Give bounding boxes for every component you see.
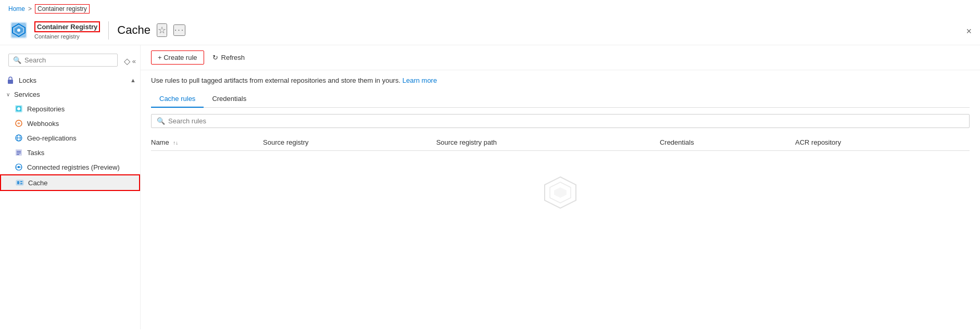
webhooks-icon	[15, 119, 23, 128]
toolbar: + Create rule ↻ Refresh	[141, 45, 980, 70]
svg-point-8	[17, 107, 20, 110]
sidebar-search-input[interactable]	[24, 56, 113, 64]
geo-replications-icon	[15, 134, 23, 142]
refresh-button[interactable]: ↻ Refresh	[212, 54, 245, 61]
resource-name: Cache	[117, 23, 150, 37]
service-icon	[8, 20, 29, 41]
connected-registries-icon	[15, 163, 23, 171]
header-title-block: Container Registry Container registry	[34, 21, 109, 40]
sidebar-item-cache[interactable]: Cache	[0, 174, 140, 191]
search-rules-bar: 🔍	[151, 114, 970, 128]
breadcrumb-separator: >	[28, 5, 32, 12]
repositories-label: Repositories	[27, 105, 65, 113]
up-arrow-indicator: ▲	[130, 77, 140, 83]
collapse-sidebar-button[interactable]: «	[132, 57, 136, 65]
services-group-label: Services	[14, 91, 40, 98]
header-actions: ☆ ···	[157, 23, 185, 37]
col-name: Name ↑↓	[151, 134, 263, 151]
connected-registries-label: Connected registries (Preview)	[27, 163, 120, 171]
repositories-icon	[15, 105, 23, 113]
description-body: Use rules to pull tagged artifacts from …	[151, 77, 400, 84]
filter-button[interactable]: ◇	[124, 56, 130, 66]
search-rules-input[interactable]	[168, 117, 964, 125]
svg-rect-14	[17, 151, 21, 152]
refresh-label: Refresh	[221, 54, 245, 61]
cache-label: Cache	[28, 179, 48, 187]
svg-rect-15	[17, 152, 21, 154]
content-header: Use rules to pull tagged artifacts from …	[141, 70, 980, 114]
webhooks-label: Webhooks	[27, 120, 59, 128]
more-options-button[interactable]: ···	[173, 24, 185, 36]
cache-rules-table: Name ↑↓ Source registry Source registry …	[151, 134, 970, 151]
tabs: Cache rules Credentials	[151, 91, 970, 108]
tab-credentials[interactable]: Credentials	[204, 91, 255, 108]
main-layout: 🔍 ◇ « Locks ▲ ∨ Services	[0, 45, 980, 329]
col-acr-repository: ACR repository	[795, 134, 970, 151]
svg-point-4	[17, 29, 20, 32]
svg-rect-16	[17, 154, 19, 155]
search-rules-icon: 🔍	[157, 117, 165, 125]
sidebar-item-tasks[interactable]: Tasks	[0, 145, 140, 160]
col-source-registry: Source registry	[263, 134, 436, 151]
lock-icon	[6, 76, 15, 84]
table-container: Name ↑↓ Source registry Source registry …	[141, 134, 980, 151]
col-source-registry-path: Source registry path	[436, 134, 660, 151]
tasks-label: Tasks	[27, 149, 44, 157]
svg-rect-23	[20, 181, 22, 182]
close-button[interactable]: ×	[966, 26, 972, 37]
refresh-icon: ↻	[212, 54, 218, 61]
favorite-button[interactable]: ☆	[157, 23, 167, 37]
sidebar-search-icon: 🔍	[13, 56, 21, 64]
breadcrumb-current: Container registry	[35, 4, 90, 14]
tab-cache-rules[interactable]: Cache rules	[151, 91, 204, 108]
sidebar-item-locks[interactable]: Locks	[0, 73, 130, 87]
cache-icon	[16, 179, 24, 187]
empty-state	[141, 151, 980, 234]
empty-illustration	[539, 172, 581, 213]
create-rule-button[interactable]: + Create rule	[151, 50, 204, 65]
svg-marker-27	[554, 187, 567, 198]
learn-more-link[interactable]: Learn more	[403, 77, 437, 84]
svg-point-18	[18, 166, 20, 168]
sort-name-icon[interactable]: ↑↓	[173, 140, 178, 146]
content-area: + Create rule ↻ Refresh Use rules to pul…	[141, 45, 980, 329]
geo-replications-label: Geo-replications	[27, 134, 77, 142]
description-text: Use rules to pull tagged artifacts from …	[151, 77, 970, 84]
sidebar-item-webhooks[interactable]: Webhooks	[0, 116, 140, 131]
breadcrumb: Home > Container registry	[0, 0, 980, 18]
svg-rect-22	[17, 181, 19, 184]
service-sub-label: Container registry	[34, 33, 100, 40]
locks-label: Locks	[19, 77, 36, 84]
sidebar: 🔍 ◇ « Locks ▲ ∨ Services	[0, 45, 141, 329]
sidebar-item-repositories[interactable]: Repositories	[0, 101, 140, 116]
page-header: Container Registry Container registry Ca…	[0, 18, 980, 45]
tasks-icon	[15, 148, 23, 157]
svg-rect-5	[8, 80, 13, 84]
service-name-label: Container Registry	[34, 21, 100, 32]
breadcrumb-home[interactable]: Home	[8, 5, 25, 12]
col-credentials: Credentials	[660, 134, 795, 151]
sidebar-item-geo-replications[interactable]: Geo-replications	[0, 131, 140, 145]
sidebar-search-bar: 🔍	[8, 54, 118, 67]
sidebar-item-connected-registries[interactable]: Connected registries (Preview)	[0, 160, 140, 174]
svg-rect-24	[20, 183, 22, 184]
sidebar-group-services[interactable]: ∨ Services	[0, 87, 140, 101]
chevron-services-icon: ∨	[6, 92, 10, 97]
